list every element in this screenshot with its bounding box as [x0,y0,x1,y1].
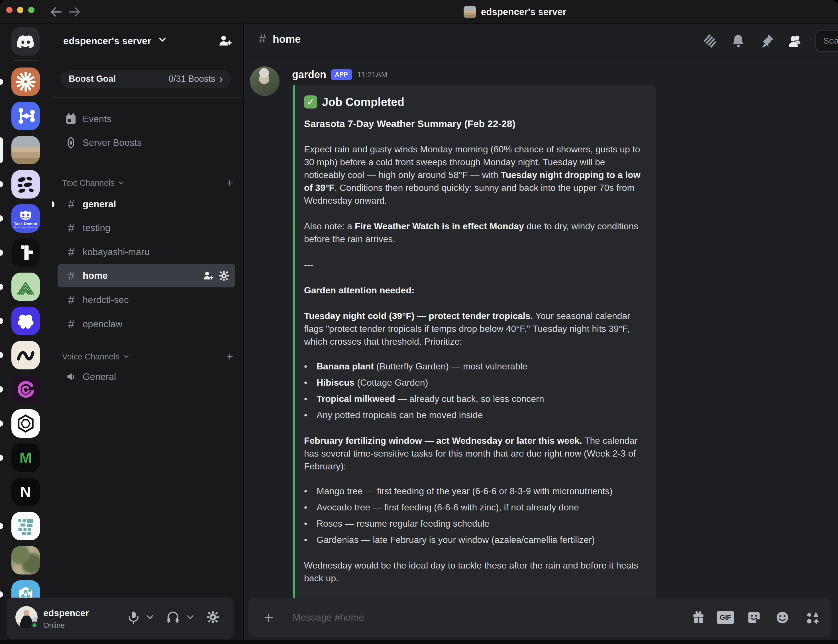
invite-people-icon[interactable] [202,270,214,281]
microphone-icon[interactable] [127,610,140,624]
embed-list-item: •Mango tree — first feeding of the year … [304,485,645,498]
divider [52,97,243,98]
window-bottom-edge [0,640,838,644]
hash-icon: # [255,31,270,46]
hash-icon: # [65,294,77,307]
zoom-button[interactable] [28,7,35,13]
minimize-button[interactable] [17,7,23,13]
embed-heading: ✓ Job Completed [304,95,645,108]
text-channels-label: Text Channels [62,178,115,188]
embed-color-bar [293,85,295,634]
sidebar-item-server-boosts[interactable]: Server Boosts [58,131,235,154]
attach-plus-button[interactable]: + [260,604,278,631]
forward-arrow-icon[interactable] [68,6,81,18]
embed-list-item: •Banana plant (Butterfly Garden) — most … [304,360,645,373]
boost-status: 0/31 Boosts [169,74,216,84]
channel-testing[interactable]: # testing [58,216,235,240]
unread-dot [0,250,3,256]
add-channel-button[interactable]: + [227,177,233,189]
threads-icon[interactable] [703,33,718,49]
sidebar: edspencer's server Boost Goal 0/31 Boost… [52,24,243,644]
channel-label: home [82,270,108,281]
message-composer[interactable]: + GIF [248,598,831,637]
server-icon-squiggle[interactable] [12,341,40,370]
voice-channel-general[interactable]: General [58,365,235,388]
add-channel-button[interactable]: + [227,350,233,363]
unread-dot [0,318,3,324]
invite-people-icon[interactable] [218,34,232,48]
divider [52,58,243,58]
server-icon-mountain[interactable] [12,273,40,301]
mic-chevron-down-icon[interactable] [146,614,153,620]
embed-paragraph: Wednesday would be the ideal day to tack… [304,559,645,585]
server-icon-task-demon[interactable]: Task Demon Vibe Coding for Grownups [12,204,40,233]
message-input[interactable] [293,598,663,637]
server-icon-openai[interactable] [12,409,40,438]
channel-label: General [82,371,116,382]
channel-openclaw[interactable]: # openclaw [58,312,235,336]
boost-goal-pill[interactable]: Boost Goal 0/31 Boosts › [61,70,231,88]
embed-paragraph: Garden attention needed: [304,284,645,297]
embed-list-item: •Avocado tree — first feeding (6-6-6 wit… [304,501,645,514]
category-text-channels[interactable]: Text Channels + [62,177,233,189]
n-letter: N [20,483,31,501]
channel-kobayashi-maru[interactable]: # kobayashi-maru [58,240,235,264]
sticker-picker-icon[interactable] [747,610,761,624]
message-timestamp: 11:21AM [357,71,387,79]
server-icon-n[interactable]: N [12,478,40,506]
channel-home[interactable]: # home [58,264,235,288]
sidebar-item-events[interactable]: Events [58,107,235,131]
channel-header: # home Sear [244,24,838,58]
server-icon-t-blocks[interactable] [12,238,40,267]
server-icon-ink-blobs[interactable] [12,170,40,199]
close-button[interactable] [6,7,13,13]
user-panel: edspencer Online [7,598,234,639]
server-icon-pixel-grid[interactable] [12,512,40,540]
gif-picker-button[interactable]: GIF [717,611,734,624]
gift-icon[interactable] [691,610,706,624]
server-icon-swirl[interactable] [12,375,40,404]
hash-icon: # [65,269,77,282]
channel-settings-gear-icon[interactable] [218,270,230,281]
server-icon-node-graph[interactable] [12,102,40,130]
embed-paragraph: Also note: a Fire Weather Watch is in ef… [304,220,645,245]
unread-dot [0,523,3,529]
channel-title: home [273,33,301,45]
member-list-icon[interactable] [787,33,803,49]
unread-dot [0,386,3,393]
avatar[interactable] [250,66,280,96]
server-icon-starburst[interactable] [12,67,40,96]
chevron-down-icon [118,180,124,186]
headphones-icon[interactable] [166,610,180,624]
unread-dot [0,79,3,85]
server-header-dropdown[interactable]: edspencer's server [52,24,243,58]
discord-window: edspencer's server Task Demon Vibe Codin… [0,0,838,644]
embed-list: •Mango tree — first feeding of the year … [304,485,645,546]
pinned-messages-icon[interactable] [759,33,775,49]
notifications-bell-icon[interactable] [731,33,746,49]
emoji-picker-icon[interactable] [775,610,790,624]
search-text: Sear [823,36,838,46]
channel-herdctl-sec[interactable]: # herdctl-sec [58,288,235,312]
server-icon-cloud-flower[interactable] [12,307,40,335]
channel-label: general [82,199,116,210]
server-icon-aerial-photo[interactable] [12,546,40,575]
message-author[interactable]: garden [292,69,326,80]
search-input[interactable]: Sear [815,30,838,51]
back-arrow-icon[interactable] [49,6,63,18]
category-voice-channels[interactable]: Voice Channels + [62,350,233,363]
audio-chevron-down-icon[interactable] [187,614,194,620]
server-icon-m[interactable]: M [12,444,40,472]
channel-general[interactable]: # general [58,192,235,216]
channel-label: testing [82,222,110,233]
apps-shapes-icon[interactable] [805,610,820,624]
embed: ✓ Job Completed Sarasota 7-Day Weather S… [293,85,656,634]
selected-server-pill [0,137,3,163]
boost-goal-label: Boost Goal [69,74,116,84]
settings-gear-icon[interactable] [206,610,220,624]
boost-diamond-icon [64,136,77,149]
discord-home-button[interactable] [12,27,40,56]
voice-channels-label: Voice Channels [62,352,120,361]
unread-dot [0,591,3,598]
server-icon-edspencers-server[interactable] [12,136,40,164]
